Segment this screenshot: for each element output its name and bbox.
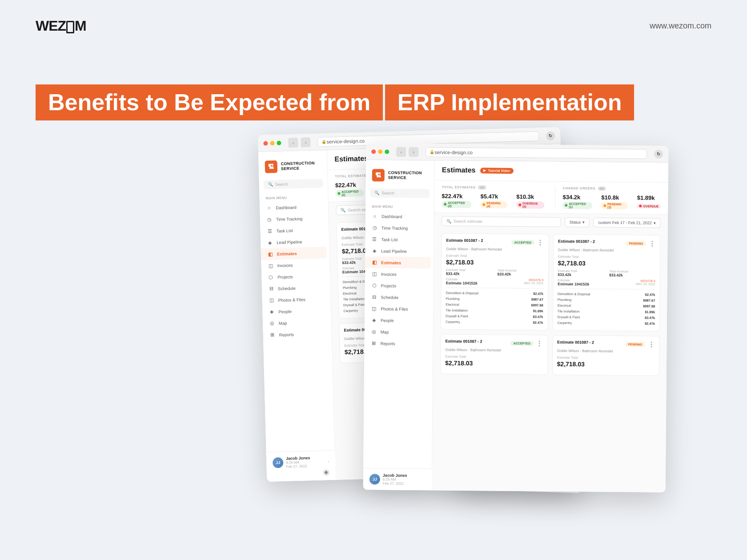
back-button[interactable]: ‹ — [288, 137, 298, 148]
card-s2-menu[interactable] — [648, 240, 655, 247]
lead-pipeline-icon-s: ◈ — [371, 248, 378, 254]
sidebar-item-photos-s[interactable]: ◫ Photos & Files — [365, 303, 433, 315]
sidebar-item-projects[interactable]: ⬡ Projects — [261, 270, 330, 283]
card-s2-row: Estimate Total $33.42k Total Invoiced $3… — [558, 269, 655, 278]
co-s-overdue-badge: OVERDUE — [637, 204, 661, 208]
estimate-card-s2: Estimate 001087 - 2 PENDING Goldie Wilso… — [552, 234, 660, 332]
invoices-label: Invoices — [277, 263, 293, 268]
card-s1-total-label: Estimate Total — [446, 254, 544, 259]
forward-button[interactable]: › — [301, 137, 311, 147]
task-list-label-s: Task List — [381, 237, 398, 242]
menu-label-secondary: MAIN MENU — [365, 202, 434, 211]
time-tracking-icon: ◷ — [266, 216, 273, 222]
card-s1-meta: Estimate Estimate 1041526 #001078-3 MAY … — [446, 278, 544, 286]
card-s3-status: ACCEPTED — [510, 340, 533, 345]
card-s1-et: Estimate Total $33.42k — [446, 268, 492, 276]
title-row-secondary: Estimates ▶ Tutorial Video — [442, 166, 661, 176]
green-dot — [337, 192, 340, 195]
sidebar-item-schedule[interactable]: ⊟ Schedule — [262, 281, 331, 295]
sidebar-item-timetracking-s[interactable]: ◷ Time Tracking — [365, 222, 434, 234]
window-controls-main — [263, 140, 281, 145]
people-label: People — [278, 309, 292, 314]
sidebar-search[interactable]: 🔍 Search — [264, 179, 323, 189]
refresh-button[interactable]: ↻ — [546, 131, 555, 140]
photos-icon: ◫ — [268, 297, 274, 303]
sidebar-item-reports[interactable]: ⊞ Reports — [263, 328, 332, 341]
co-s-overdue: $1.89k OVERDUE — [637, 194, 661, 209]
sidebar-search-secondary[interactable]: 🔍 Search — [370, 188, 430, 198]
estimates-icon: ◧ — [267, 251, 273, 257]
sidebar-item-estimates[interactable]: ◧ Estimates — [261, 247, 327, 260]
status-select-secondary[interactable]: Status ▾ — [565, 217, 590, 227]
website-url: www.wezom.com — [650, 21, 711, 31]
sidebar-item-people[interactable]: ◈ People — [262, 304, 331, 318]
card-s2-total-value: $2,718.03 — [558, 260, 656, 268]
refresh-btn-secondary[interactable]: ↻ — [654, 149, 663, 158]
stat-accepted: $22.47k ACCEPTED (2) — [335, 181, 364, 197]
sidebar-item-timetracking[interactable]: ◷ Time Tracking — [260, 212, 329, 225]
sidebar-item-schedule-s[interactable]: ⊟ Schedule — [365, 291, 433, 303]
task-list-icon-s: ☰ — [371, 236, 378, 242]
status-label-s: Status — [570, 220, 581, 224]
sidebar-item-invoices[interactable]: ◫ Invoices — [261, 258, 330, 272]
title-text: Estimates — [334, 155, 368, 164]
search-estimate-secondary[interactable]: 🔍 Search estimate — [442, 216, 561, 227]
sidebar-item-reports-s[interactable]: ⊞ Reports — [364, 337, 433, 349]
user-settings[interactable]: ⚙ — [323, 469, 329, 476]
sidebar-secondary: 🏗 CONSTRUCTIONSERVICE 🔍 Search MAIN MENU… — [363, 160, 435, 490]
card-s1-title: Estimate 001087 - 2 — [446, 238, 483, 243]
card-s2-meta: Estimate Estimate 1041526 #001078-3 MAY … — [558, 279, 655, 287]
sidebar-item-dashboard-s[interactable]: ○ Dashboard — [365, 210, 434, 222]
card-s1-menu[interactable] — [537, 239, 544, 246]
minimize-dot-secondary — [378, 149, 382, 154]
date-range-secondary[interactable]: custom Feb 17 - Feb 21, 2022 ▾ — [593, 218, 661, 228]
back-btn-secondary[interactable]: ‹ — [396, 147, 406, 156]
sidebar-item-invoices-s[interactable]: ◫ Invoices — [365, 268, 434, 280]
user-footer-secondary: JJ Jacob Jones 8:25 AM Feb 27, 2022 — [363, 468, 432, 490]
play-icon-secondary: ▶ — [483, 168, 486, 172]
nav-buttons: ‹ › — [288, 137, 311, 147]
lead-pipeline-label-s: Lead Pipeline — [381, 248, 407, 254]
sidebar-item-dashboard[interactable]: ○ Dashboard — [260, 200, 329, 214]
sidebar-item-map[interactable]: ◎ Map — [263, 316, 332, 329]
card-s1-id: #001078-3 MAY 24, 2022 — [497, 278, 543, 286]
co-s-pending-val: $10.8k — [601, 194, 628, 201]
tutorial-badge-secondary[interactable]: ▶ Tutorial Video — [480, 168, 513, 174]
co-row-secondary: $34.2k ACCEPTED (1) $10.8k PENDING (3) $… — [562, 194, 661, 210]
estimate-card-s3: Estimate 001087 - 2 ACCEPTED Goldie Wils… — [440, 334, 548, 375]
url-secondary: service-design.co — [434, 149, 473, 155]
sidebar: 🏗 CONSTRUCTIONSERVICE 🔍 Search MAIN MENU… — [258, 150, 336, 482]
sidebar-item-tasklist[interactable]: ☰ Task List — [260, 224, 329, 237]
sidebar-item-projects-s[interactable]: ⬡ Projects — [365, 280, 434, 292]
close-dot-main — [263, 141, 268, 145]
s-accepted-val: $22.47k — [442, 193, 471, 200]
dashboard-icon-s: ○ — [372, 213, 378, 219]
reports-icon: ⊞ — [269, 332, 275, 338]
card-s4-total-label: Estimate Total — [557, 356, 655, 360]
user-info-s: JJ Jacob Jones 8:25 AM Feb 27, 2022 — [369, 473, 426, 486]
sidebar-item-leadpipeline[interactable]: ◈ Lead Pipeline — [261, 235, 329, 248]
calendar-icon-s: ▾ — [654, 221, 656, 225]
card-s3-menu[interactable] — [536, 340, 543, 347]
status-chevron-s: ▾ — [582, 220, 585, 224]
sidebar-item-tasklist-s[interactable]: ☰ Task List — [365, 233, 434, 245]
sidebar-item-map-s[interactable]: ◎ Map — [365, 326, 433, 338]
browser-window-secondary: ‹ › 🔒 service-design.co ↻ 🏗 CONSTRUCTION… — [363, 143, 669, 492]
co-s-accepted-val: $34.2k — [563, 194, 593, 201]
s-accepted-badge: ACCEPTED (2) — [442, 201, 471, 208]
card-s1-status: ACCEPTED — [511, 240, 534, 244]
people-label-s: People — [381, 318, 394, 323]
s-overdue-badge: OVERDUE (4) — [516, 201, 544, 209]
content-header-secondary: Estimates ▶ Tutorial Video — [435, 160, 668, 183]
address-bar-secondary[interactable]: 🔒 service-design.co — [426, 147, 647, 159]
card-s2-ti: Total Invoiced $33.42k — [609, 270, 655, 278]
sidebar-item-photos[interactable]: ◫ Photos & Files — [262, 293, 331, 306]
search-icon-sidebar: 🔍 — [268, 182, 273, 187]
card-s3-total-value: $2,718.03 — [445, 360, 543, 368]
card-s4-menu[interactable] — [647, 341, 655, 348]
sidebar-item-people-s[interactable]: ◈ People — [365, 314, 433, 326]
card-s2-ref: Estimate Estimate 1041526 — [558, 279, 604, 287]
sidebar-item-estimates-s[interactable]: ◧ Estimates — [365, 256, 431, 268]
forward-btn-secondary[interactable]: › — [409, 147, 418, 156]
sidebar-item-leadpipeline-s[interactable]: ◈ Lead Pipeline — [365, 245, 434, 257]
